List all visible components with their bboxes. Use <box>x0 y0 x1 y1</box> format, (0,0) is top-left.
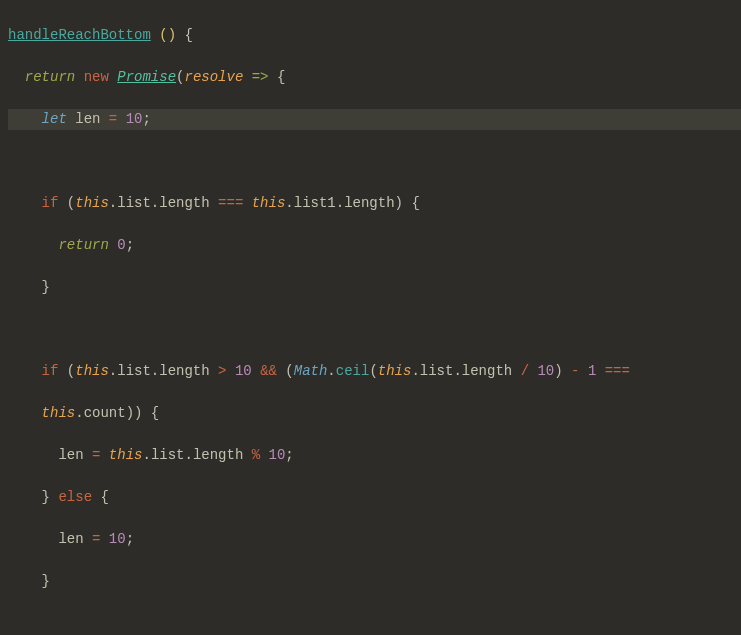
code-line: len = this.list.length % 10; <box>8 445 741 466</box>
code-line <box>8 151 741 172</box>
return-keyword: return <box>25 69 75 85</box>
code-line: } <box>8 571 741 592</box>
promise-class: Promise <box>117 69 176 85</box>
function-name: handleReachBottom <box>8 27 151 43</box>
code-line: } else { <box>8 487 741 508</box>
code-line: return new Promise(resolve => { <box>8 67 741 88</box>
code-line: if (this.list.length > 10 && (Math.ceil(… <box>8 361 741 382</box>
code-line: return 0; <box>8 235 741 256</box>
let-keyword: let <box>42 111 67 127</box>
code-line <box>8 319 741 340</box>
if-keyword: if <box>42 195 59 211</box>
code-line: handleReachBottom () { <box>8 25 741 46</box>
code-line <box>8 613 741 634</box>
code-line: len = 10; <box>8 529 741 550</box>
else-keyword: else <box>58 489 92 505</box>
new-keyword: new <box>84 69 109 85</box>
code-line: if (this.list.length === this.list1.leng… <box>8 193 741 214</box>
code-line: } <box>8 277 741 298</box>
resolve-param: resolve <box>184 69 243 85</box>
code-editor[interactable]: handleReachBottom () { return new Promis… <box>0 0 741 635</box>
math-object: Math <box>294 363 328 379</box>
code-line: this.count)) { <box>8 403 741 424</box>
highlighted-line: let len = 10; <box>8 109 741 130</box>
